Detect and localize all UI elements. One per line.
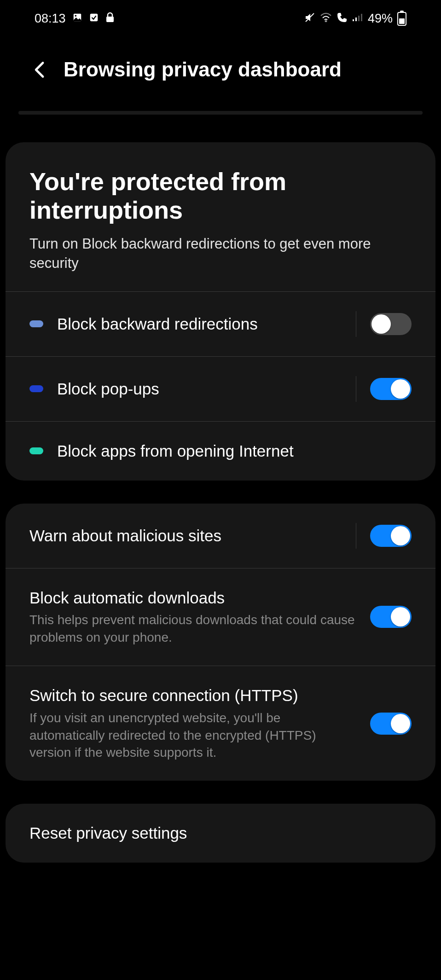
block-backward-redirections-toggle[interactable] [370, 313, 412, 335]
status-left: 08:13 [35, 12, 115, 26]
row-description: If you visit an unencrypted website, you… [29, 709, 356, 761]
hero-title: You're protected from interruptions [29, 167, 412, 224]
row-text: Block automatic downloads This helps pre… [29, 588, 356, 646]
switch-to-https-toggle[interactable] [370, 713, 412, 735]
signal-icon [352, 13, 363, 25]
row-text: Block pop-ups [57, 379, 342, 399]
row-text: Block apps from opening Internet [57, 441, 412, 461]
lock-icon [105, 12, 115, 26]
switch-to-https-row[interactable]: Switch to secure connection (HTTPS) If y… [6, 666, 435, 781]
status-right: 49% [304, 12, 406, 26]
scroll-indicator [18, 111, 423, 115]
hero-subtitle: Turn on Block backward redirections to g… [29, 234, 412, 273]
row-text: Switch to secure connection (HTTPS) If y… [29, 685, 356, 761]
status-dot-icon [29, 320, 43, 327]
separator [356, 376, 356, 402]
svg-rect-7 [355, 17, 357, 21]
security-card: Warn about malicious sites Block automat… [6, 504, 435, 781]
picture-icon [72, 12, 82, 25]
wifi-icon [320, 13, 332, 25]
back-icon[interactable] [30, 59, 51, 80]
separator [356, 523, 356, 549]
status-dot-icon [29, 385, 43, 392]
status-bar: 08:13 49% [0, 0, 441, 33]
separator [356, 311, 356, 337]
row-label: Block automatic downloads [29, 588, 356, 608]
block-backward-redirections-row[interactable]: Block backward redirections [6, 291, 435, 356]
reset-privacy-settings-button[interactable]: Reset privacy settings [6, 804, 435, 863]
block-popups-row[interactable]: Block pop-ups [6, 356, 435, 421]
block-apps-opening-internet-row[interactable]: Block apps from opening Internet [6, 421, 435, 481]
page-title: Browsing privacy dashboard [64, 58, 342, 81]
mute-icon [304, 12, 315, 26]
battery-icon [397, 12, 406, 26]
block-automatic-downloads-toggle[interactable] [370, 606, 412, 628]
svg-point-1 [75, 15, 76, 17]
status-dot-icon [29, 447, 43, 454]
svg-rect-8 [358, 16, 360, 21]
svg-rect-2 [90, 13, 98, 21]
interruptions-card: You're protected from interruptions Turn… [6, 142, 435, 481]
row-description: This helps prevent malicious downloads t… [29, 611, 356, 646]
row-label: Block apps from opening Internet [57, 441, 412, 461]
row-text: Warn about malicious sites [29, 526, 342, 546]
page-header: Browsing privacy dashboard [0, 33, 441, 111]
svg-rect-6 [353, 19, 354, 21]
row-label: Block backward redirections [57, 314, 342, 334]
call-icon [337, 12, 348, 26]
status-time: 08:13 [35, 12, 66, 26]
reset-label: Reset privacy settings [29, 823, 412, 843]
row-text: Block backward redirections [57, 314, 342, 334]
row-label: Warn about malicious sites [29, 526, 342, 546]
status-battery-percent: 49% [368, 12, 393, 26]
svg-rect-9 [361, 14, 362, 21]
warn-malicious-sites-toggle[interactable] [370, 525, 412, 547]
checkbox-icon [89, 12, 99, 25]
row-label: Block pop-ups [57, 379, 342, 399]
card-hero: You're protected from interruptions Turn… [6, 142, 435, 291]
svg-point-5 [325, 20, 326, 22]
block-popups-toggle[interactable] [370, 378, 412, 400]
row-label: Switch to secure connection (HTTPS) [29, 685, 356, 706]
block-automatic-downloads-row[interactable]: Block automatic downloads This helps pre… [6, 568, 435, 666]
svg-rect-3 [106, 17, 114, 22]
warn-malicious-sites-row[interactable]: Warn about malicious sites [6, 504, 435, 568]
